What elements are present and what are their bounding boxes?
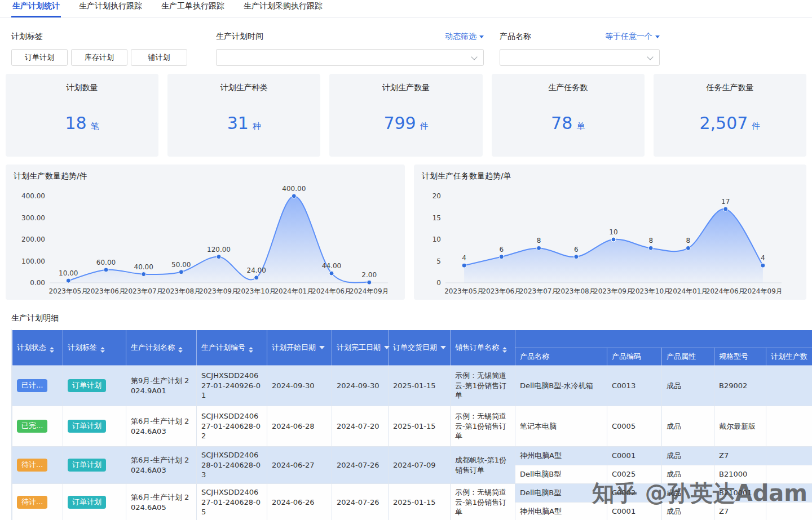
cell-status: 待计... bbox=[12, 484, 63, 520]
tab-bar: 生产计划统计生产计划执行跟踪生产工单执行跟踪生产计划采购执行跟踪 bbox=[0, 0, 812, 18]
svg-text:2023年10月: 2023年10月 bbox=[631, 287, 670, 295]
column-label: 计划开始日期 bbox=[272, 343, 316, 352]
column-header-2[interactable]: 计划标签 bbox=[63, 330, 126, 366]
cell-tag: 订单计划 bbox=[63, 447, 126, 484]
column-label: 计划标签 bbox=[68, 343, 97, 352]
column-header-8[interactable]: 销售订单名称 bbox=[451, 330, 515, 366]
plan-time-label: 生产计划时间 bbox=[216, 32, 263, 42]
column-header-6[interactable]: 计划完工日期 bbox=[332, 330, 389, 366]
cell-delivery_date: 2025-01-15 bbox=[389, 406, 451, 447]
svg-text:2023年06月: 2023年06月 bbox=[86, 287, 126, 295]
sort-updown-icon[interactable] bbox=[178, 347, 183, 353]
cell-finish_date: 2024-07-26 bbox=[332, 484, 389, 520]
stat-title: 计划数量 bbox=[6, 83, 158, 93]
svg-text:8: 8 bbox=[686, 237, 691, 245]
column-header-4[interactable]: 生产计划编号 bbox=[197, 330, 267, 366]
stat-card-5: 任务生产数量2,507件 bbox=[654, 74, 806, 157]
column-header-5[interactable]: 计划开始日期 bbox=[267, 330, 332, 366]
chevron-down-icon bbox=[647, 54, 653, 60]
svg-text:400.00: 400.00 bbox=[282, 185, 306, 193]
cell-product-qty bbox=[766, 406, 812, 447]
svg-text:8: 8 bbox=[537, 237, 541, 245]
cell-status: 待计... bbox=[12, 447, 63, 484]
cell-product-attr: 成品 bbox=[662, 447, 714, 465]
column-header-7[interactable]: 订单交货日期 bbox=[389, 330, 451, 366]
cell-product-code: C0005 bbox=[607, 406, 662, 447]
stat-card-4: 生产任务数78单 bbox=[492, 74, 645, 157]
cell-sales_order: 示例：无锡简道云-第1份销售订单 bbox=[451, 366, 515, 406]
sort-updown-icon[interactable] bbox=[502, 347, 507, 353]
sort-down-icon[interactable] bbox=[319, 346, 325, 349]
sort-updown-icon[interactable] bbox=[50, 347, 54, 353]
cell-code: SCJHXSDD240628-01-240628-03 bbox=[197, 447, 267, 484]
svg-text:120.00: 120.00 bbox=[207, 246, 231, 254]
plan-tag-buttons: 订单计划库存计划辅计划 bbox=[11, 49, 203, 66]
cell-delivery_date: 2024-07-09 bbox=[389, 447, 451, 484]
plan-tag-button-2[interactable]: 库存计划 bbox=[71, 49, 127, 66]
tag-badge: 订单计划 bbox=[68, 379, 106, 392]
column-header-1[interactable]: 计划状态 bbox=[12, 330, 63, 366]
svg-text:40.00: 40.00 bbox=[134, 263, 153, 271]
cell-product-spec: B21000 bbox=[714, 465, 766, 484]
plan-tag-button-1[interactable]: 订单计划 bbox=[11, 49, 68, 66]
column-header-13: 计划生产数 bbox=[766, 348, 812, 366]
stat-value: 78 bbox=[551, 113, 572, 133]
stat-unit: 件 bbox=[420, 121, 429, 131]
chart-title-qty: 计划生产数量趋势/件 bbox=[14, 171, 397, 181]
svg-text:10.00: 10.00 bbox=[59, 269, 78, 277]
sort-updown-icon[interactable] bbox=[249, 347, 253, 353]
tab-1[interactable]: 生产计划统计 bbox=[11, 0, 61, 17]
cell-product-name: 神州电脑A型 bbox=[515, 503, 607, 520]
sort-updown-icon[interactable] bbox=[100, 347, 105, 353]
dynamic-filter-text: 动态筛选 bbox=[445, 32, 476, 42]
tab-4[interactable]: 生产计划采购执行跟踪 bbox=[242, 0, 324, 17]
cell-status: 已计... bbox=[12, 366, 63, 406]
plan-time-select[interactable] bbox=[216, 49, 484, 66]
svg-text:200.00: 200.00 bbox=[21, 235, 45, 243]
cell-code: SCJHXSDD240627-01-240926-01 bbox=[197, 366, 267, 406]
cell-product-code: C0001 bbox=[607, 503, 662, 520]
plan-tag-button-3[interactable]: 辅计划 bbox=[131, 49, 187, 66]
column-header-9: 产品名称 bbox=[515, 348, 607, 366]
match-any-link[interactable]: 等于任意一个 bbox=[605, 32, 660, 42]
svg-text:4: 4 bbox=[462, 254, 466, 262]
product-name-select[interactable] bbox=[500, 49, 660, 66]
match-any-text: 等于任意一个 bbox=[605, 32, 652, 42]
svg-text:2023年07月: 2023年07月 bbox=[124, 287, 164, 295]
stat-card-3: 计划生产数量799件 bbox=[329, 74, 482, 157]
plan-time-filter: 生产计划时间 动态筛选 bbox=[216, 32, 484, 66]
sort-down-icon[interactable] bbox=[440, 346, 446, 349]
status-badge: 待计... bbox=[17, 496, 47, 509]
cell-sales_order: 成都帆软-第1份销售订单 bbox=[451, 447, 515, 484]
cell-tag: 订单计划 bbox=[63, 406, 126, 447]
cell-delivery_date: 2025-01-15 bbox=[389, 484, 451, 520]
production-plan-dashboard: 生产计划统计生产计划执行跟踪生产工单执行跟踪生产计划采购执行跟踪 计划标签 订单… bbox=[0, 0, 812, 520]
svg-text:24.00: 24.00 bbox=[247, 266, 266, 274]
cell-delivery_date: 2025-01-15 bbox=[389, 366, 451, 406]
svg-text:2024年01月: 2024年01月 bbox=[669, 287, 708, 295]
plan-tag-filter: 计划标签 订单计划库存计划辅计划 bbox=[11, 32, 203, 66]
column-label: 计划状态 bbox=[17, 343, 46, 352]
svg-text:10: 10 bbox=[609, 228, 617, 236]
column-label: 产品名称 bbox=[520, 352, 549, 361]
cell-tag: 订单计划 bbox=[63, 366, 126, 406]
svg-text:400.00: 400.00 bbox=[21, 192, 45, 200]
stat-title: 计划生产数量 bbox=[329, 83, 482, 93]
table-row: 待计...订单计划第6月-生产计划 2024.6A05SCJHXSDD24062… bbox=[12, 484, 812, 503]
cell-code: SCJHXSDD240627-01-240628-05 bbox=[197, 484, 267, 520]
tab-2[interactable]: 生产计划执行跟踪 bbox=[78, 0, 143, 17]
cell-product-name: 笔记本电脑 bbox=[515, 406, 607, 447]
task-trend-chart: 051015202023年05月2023年06月2023年07月2023年08月… bbox=[422, 184, 798, 297]
column-header-3[interactable]: 生产计划名称 bbox=[126, 330, 197, 366]
chart-title-task: 计划生产任务数量趋势/单 bbox=[422, 171, 798, 181]
dynamic-filter-link[interactable]: 动态筛选 bbox=[445, 32, 484, 42]
svg-text:2023年09月: 2023年09月 bbox=[594, 287, 633, 295]
sort-down-icon[interactable] bbox=[384, 346, 390, 349]
tab-3[interactable]: 生产工单执行跟踪 bbox=[160, 0, 226, 17]
cell-start_date: 2024-06-26 bbox=[267, 484, 332, 520]
cell-tag: 订单计划 bbox=[63, 484, 126, 520]
column-label: 产品编码 bbox=[612, 352, 641, 361]
cell-product-attr: 成品 bbox=[662, 484, 714, 503]
cell-finish_date: 2024-07-20 bbox=[332, 406, 389, 447]
table-row: 已计...订单计划第9月-生产计划 2024.9A01SCJHXSDD24062… bbox=[12, 366, 812, 406]
